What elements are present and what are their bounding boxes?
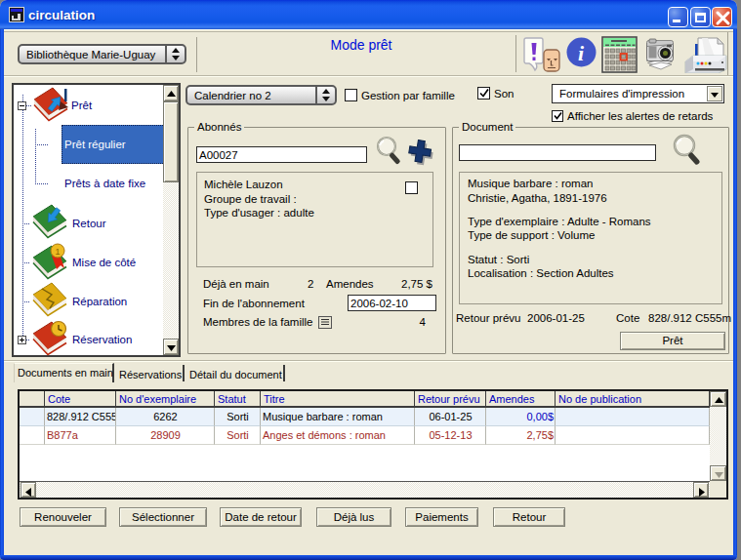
svg-text:1: 1: [55, 247, 60, 257]
svg-text:i: i: [578, 41, 585, 65]
